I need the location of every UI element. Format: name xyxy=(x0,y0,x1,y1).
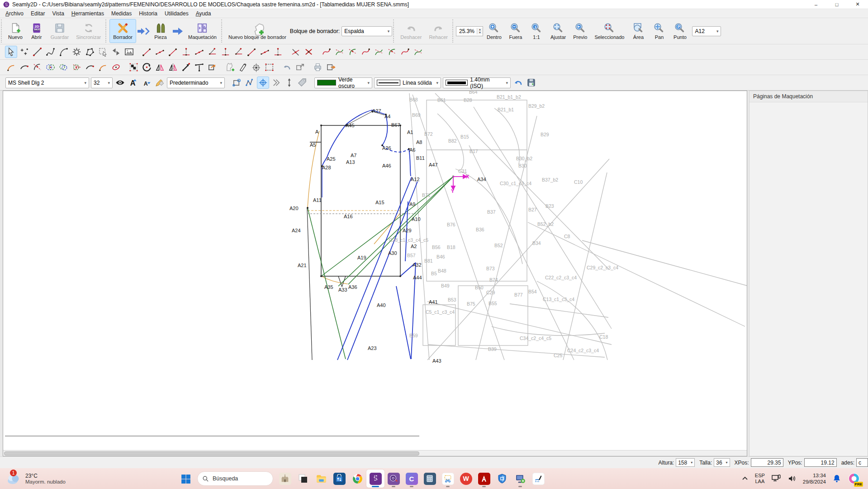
redo-button[interactable]: Rehacer xyxy=(426,19,451,43)
export-block-tool[interactable] xyxy=(206,61,218,73)
spline-path-tool[interactable] xyxy=(333,46,346,58)
maximize-button[interactable]: □ xyxy=(826,0,847,9)
image-tool[interactable] xyxy=(123,46,135,58)
font-decrease-button[interactable]: A xyxy=(140,77,152,89)
menu-vista[interactable]: Vista xyxy=(48,10,67,18)
point-label-A43[interactable]: A43 xyxy=(432,358,441,364)
notification-bell[interactable] xyxy=(832,474,841,483)
point-label-A23[interactable]: A23 xyxy=(368,345,377,351)
point-along-tool[interactable] xyxy=(154,46,166,58)
history-tool[interactable] xyxy=(281,61,293,73)
taskbar-app-file-explorer[interactable] xyxy=(312,470,330,488)
group-select-tool[interactable] xyxy=(97,46,109,58)
point-label-A9[interactable]: A9 xyxy=(409,201,415,207)
point-intersect-tool[interactable] xyxy=(206,46,218,58)
zoom-1-1-button[interactable]: 11:1 xyxy=(526,19,546,43)
close-button[interactable]: ✕ xyxy=(847,0,868,9)
taskbar-app-journal-pen[interactable] xyxy=(529,470,547,488)
undo-button[interactable]: Deshacer xyxy=(397,19,425,43)
point-label-B67[interactable]: B67 xyxy=(391,122,400,128)
point-select[interactable]: A12▾ xyxy=(692,26,721,36)
reset-attributes-button[interactable] xyxy=(512,77,524,89)
point-normal-tool[interactable] xyxy=(180,46,192,58)
menu-archivo[interactable]: Archivo xyxy=(2,10,27,18)
point-label-B11[interactable]: B11 xyxy=(416,155,425,161)
show-labels-toggle[interactable] xyxy=(114,77,126,89)
point-length-tool[interactable] xyxy=(141,46,153,58)
layout-mode-button[interactable]: Maquetación xyxy=(185,19,220,43)
size-select[interactable]: 36▾ xyxy=(714,458,730,467)
tangent-curve-tool[interactable] xyxy=(386,46,398,58)
taskbar-app-calculator[interactable] xyxy=(421,470,439,488)
zoom-percent-spinner[interactable]: 25.3%▲▼ xyxy=(456,26,483,36)
language-indicator[interactable]: ESPLAA xyxy=(755,473,765,484)
label-font-select[interactable]: MS Shell Dlg 2▾ xyxy=(5,77,89,88)
anchor-point-tool[interactable] xyxy=(250,61,262,73)
point-label-A27[interactable]: A27 xyxy=(372,108,381,114)
move-tool[interactable] xyxy=(180,61,192,73)
point-label-A24[interactable]: A24 xyxy=(292,228,301,233)
spiral-tool[interactable] xyxy=(97,61,109,73)
zoom-area-button[interactable]: Área xyxy=(628,19,648,43)
two-circles-tool[interactable] xyxy=(57,61,70,73)
arc-cut-tool[interactable] xyxy=(31,61,43,73)
point-label-A8[interactable]: A8 xyxy=(416,139,422,145)
point-bisector-tool[interactable] xyxy=(193,46,205,58)
taskbar-app-c-app[interactable]: C xyxy=(403,470,421,488)
line-color-select[interactable]: Verde oscuro▾ xyxy=(314,77,372,88)
copilot-button[interactable]: PRE xyxy=(848,472,861,485)
network-icon[interactable] xyxy=(771,475,781,483)
taskbar-app-widgets-castle[interactable] xyxy=(276,470,294,488)
point-label-A19[interactable]: A19 xyxy=(357,255,366,260)
zoom-prev-button[interactable]: Previo xyxy=(570,19,590,43)
polyline-tool[interactable] xyxy=(84,46,96,58)
point-label-A26[interactable]: A26 xyxy=(382,145,391,151)
exchange-tool[interactable] xyxy=(110,46,122,58)
point-label-A28[interactable]: A28 xyxy=(322,165,331,170)
point-label-A36[interactable]: A36 xyxy=(348,284,357,290)
point-label-A44[interactable]: A44 xyxy=(413,275,422,280)
point-label-A16[interactable]: A16 xyxy=(344,214,353,219)
line-intersect-tool[interactable] xyxy=(289,46,302,58)
cross-point-tool[interactable] xyxy=(303,46,315,58)
line-tool[interactable] xyxy=(31,46,43,58)
point-label-A5[interactable]: A5 xyxy=(310,142,316,148)
point-label-A40[interactable]: A40 xyxy=(377,302,386,308)
draft-mode-button[interactable]: Borrador xyxy=(109,19,136,43)
point-label-A21[interactable]: A21 xyxy=(298,263,307,268)
group-tool[interactable] xyxy=(128,61,140,73)
point-label-A46[interactable]: A46 xyxy=(382,163,391,168)
taskbar-app-task-view[interactable] xyxy=(294,470,312,488)
tray-chevron[interactable] xyxy=(741,475,749,482)
taskbar-app-security-shield[interactable] xyxy=(493,470,511,488)
internal-path-tool[interactable] xyxy=(263,61,275,73)
point-tools[interactable] xyxy=(18,46,30,58)
show-tags-toggle[interactable] xyxy=(296,77,308,89)
volume-icon[interactable] xyxy=(787,475,797,483)
point-label-A11[interactable]: A11 xyxy=(313,197,322,203)
taskbar-app-wps-office[interactable]: W xyxy=(457,470,475,488)
open-button[interactable]: 2DSM2DAbrir xyxy=(27,19,47,43)
midpoint-tool[interactable] xyxy=(259,46,271,58)
point-label-A20[interactable]: A20 xyxy=(289,206,299,211)
snap-crosshair-toggle[interactable] xyxy=(257,77,269,89)
new-draft-block-button[interactable]: Nuevo bloque de borrador xyxy=(225,19,289,43)
true-darts-tool[interactable] xyxy=(193,61,205,73)
menu-herramientas[interactable]: Herramientas xyxy=(68,10,108,18)
taskbar-app-remote-desktop[interactable] xyxy=(511,470,529,488)
label-edit-button[interactable] xyxy=(153,77,166,89)
scrollbar-thumb[interactable] xyxy=(4,451,419,455)
arc-point-tool[interactable] xyxy=(84,61,96,73)
line-weight-select[interactable]: 1.40mm (ISO)▾ xyxy=(443,77,511,88)
point-triangle-tool[interactable] xyxy=(232,46,245,58)
start-button[interactable] xyxy=(176,470,194,488)
point-label-A33[interactable]: A33 xyxy=(338,287,347,292)
show-arrows-toggle[interactable] xyxy=(270,77,282,89)
point-label-A6[interactable]: A6 xyxy=(409,147,415,153)
curve-intersect-tool[interactable] xyxy=(346,46,359,58)
point-label-A4[interactable]: A4 xyxy=(384,114,390,119)
flip-axis-tool[interactable] xyxy=(167,61,179,73)
new-piece-tool[interactable] xyxy=(224,61,236,73)
zoom-fit-button[interactable]: Ajustar xyxy=(547,19,569,43)
menu-utilidades[interactable]: Utilidades xyxy=(161,10,192,18)
